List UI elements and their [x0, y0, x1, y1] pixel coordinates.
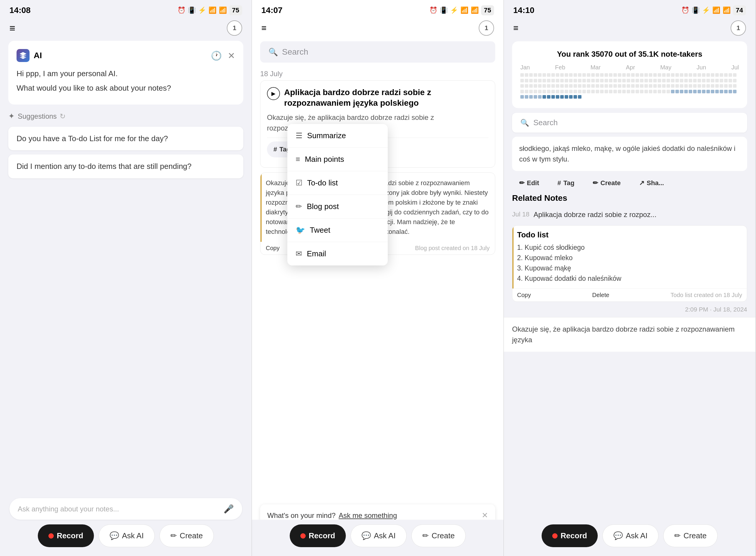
record-label-2: Record — [309, 531, 335, 541]
mic-icon[interactable]: 🎤 — [224, 504, 234, 514]
cal-dot — [728, 90, 732, 93]
record-button-3[interactable]: Record — [542, 524, 598, 547]
dropdown-todo[interactable]: ☑ To-do list — [287, 171, 388, 195]
copy-btn-3[interactable]: Copy — [517, 292, 531, 299]
cal-dot — [724, 84, 728, 88]
screen3: 14:10 ⏰ 📳 ⚡ 📶 📶 74 ≡ 1 You rank 35070 ou… — [504, 0, 756, 556]
bottom-buttons-3: Record 💬 Ask AI ✏ Create — [513, 524, 746, 547]
cal-dot — [556, 79, 559, 82]
main-points-icon: ≡ — [296, 155, 300, 164]
cal-dot — [715, 79, 719, 82]
bottom-note-preview-3: Okazuje się, że aplikacja bardzo dobrze … — [504, 317, 755, 352]
avatar-1[interactable]: 1 — [227, 21, 242, 36]
history-icon[interactable]: 🕐 — [211, 50, 222, 61]
todo-creation-time: Todo list created on 18 July — [671, 292, 742, 299]
avatar-2[interactable]: 1 — [479, 21, 494, 36]
ask-ai-label-1: Ask AI — [122, 531, 144, 541]
search-bar-3[interactable]: 🔍 Search — [512, 113, 747, 133]
mind-link[interactable]: Ask me something — [339, 512, 397, 519]
dropdown-tweet[interactable]: 🐦 Tweet — [287, 218, 388, 242]
cal-dot — [564, 79, 568, 82]
create-button-2[interactable]: ✏ Create — [411, 524, 466, 547]
wifi-icon: 📶 — [208, 6, 216, 14]
record-dot-2 — [300, 533, 306, 538]
suggestion-2[interactable]: Did I mention any to-do items that are s… — [8, 154, 243, 178]
ask-input-1[interactable]: Ask anything about your notes... 🎤 — [9, 498, 242, 520]
avatar-3[interactable]: 1 — [731, 21, 746, 36]
create-button-3[interactable]: ✏ Create — [586, 175, 627, 191]
main-points-label: Main points — [305, 155, 344, 164]
cal-dot — [596, 79, 599, 82]
cal-dot — [635, 84, 639, 88]
cal-dot — [653, 79, 657, 82]
tweet-icon: 🐦 — [296, 225, 305, 235]
menu-icon-3[interactable]: ≡ — [513, 23, 519, 33]
cal-dot — [666, 73, 670, 77]
cal-dot — [560, 73, 564, 77]
cal-dot — [551, 84, 555, 88]
cal-dot — [693, 73, 697, 77]
cal-dot — [543, 73, 546, 77]
close-icon-chat[interactable]: ✕ — [228, 50, 235, 61]
cal-dot — [605, 84, 608, 88]
cal-dot — [538, 95, 542, 99]
ask-ai-button-3[interactable]: 💬 Ask AI — [603, 524, 658, 547]
related-item-1[interactable]: Jul 18 Aplikacja dobrze radzi sobie z ro… — [512, 206, 747, 223]
todo-item-4: 4. Kupować dodatki do naleśników — [517, 273, 742, 284]
search-icon-2: 🔍 — [269, 47, 278, 57]
cal-dot — [582, 84, 586, 88]
record-button-2[interactable]: Record — [290, 524, 346, 547]
menu-icon-1[interactable]: ≡ — [9, 23, 15, 34]
suggestion-1[interactable]: Do you have a To-do List for me for the … — [8, 127, 243, 150]
mind-close-icon[interactable]: ✕ — [482, 511, 488, 520]
record-button-1[interactable]: Record — [38, 524, 94, 547]
cal-dot — [529, 95, 533, 99]
share-button-3[interactable]: ↗ Sha... — [632, 175, 671, 191]
note-title-2: Aplikacja bardzo dobrze radzi sobie z ro… — [284, 87, 488, 109]
cal-dot — [697, 90, 701, 93]
cal-dot — [649, 90, 652, 93]
copy-btn-2[interactable]: Copy — [266, 245, 280, 251]
mind-static-text: What's on your mind? — [267, 512, 336, 519]
ask-ai-button-1[interactable]: 💬 Ask AI — [99, 524, 155, 547]
cal-dot — [720, 79, 723, 82]
refresh-icon[interactable]: ↻ — [60, 112, 66, 120]
cal-dot — [591, 90, 595, 93]
search-bar-2[interactable]: 🔍 Search — [260, 41, 495, 63]
cal-dot — [609, 73, 613, 77]
tag-icon-3: # — [557, 179, 561, 187]
cal-dot — [680, 90, 683, 93]
cal-dot — [538, 90, 542, 93]
cal-dot — [631, 79, 634, 82]
edit-button-3[interactable]: ✏ Edit — [512, 175, 546, 191]
dropdown-email[interactable]: ✉ Email — [287, 242, 388, 266]
cal-dot — [653, 90, 657, 93]
cal-dot — [658, 73, 661, 77]
cal-dot — [631, 90, 634, 93]
cal-dot — [627, 73, 630, 77]
play-button-2[interactable]: ▶ — [267, 87, 280, 100]
cal-dot — [574, 79, 577, 82]
cal-dot — [560, 90, 564, 93]
cal-dot — [547, 90, 550, 93]
tweet-label: Tweet — [310, 225, 330, 235]
dropdown-summarize[interactable]: ☰ Summarize — [287, 124, 388, 148]
cal-dot — [613, 84, 617, 88]
create-button-4[interactable]: ✏ Create — [663, 524, 718, 547]
cal-dot — [733, 84, 736, 88]
dropdown-blogpost[interactable]: ✏ Blog post — [287, 195, 388, 218]
bottom-area-1: Ask anything about your notes... 🎤 Recor… — [0, 493, 251, 556]
cal-dot — [697, 84, 701, 88]
cal-dot — [715, 90, 719, 93]
create-button-1[interactable]: ✏ Create — [160, 524, 214, 547]
tag-button-3[interactable]: # Tag — [550, 175, 582, 191]
bottom-buttons-1: Record 💬 Ask AI ✏ Create — [9, 524, 242, 547]
chat-icon-3: 💬 — [613, 531, 623, 541]
cal-dot — [564, 73, 568, 77]
cal-dot — [605, 90, 608, 93]
ask-ai-button-2[interactable]: 💬 Ask AI — [350, 524, 407, 547]
dropdown-main-points[interactable]: ≡ Main points — [287, 148, 388, 171]
delete-btn-3[interactable]: Delete — [592, 292, 609, 299]
menu-icon-2[interactable]: ≡ — [261, 23, 267, 33]
wifi-icon-2: 📶 — [460, 6, 468, 14]
